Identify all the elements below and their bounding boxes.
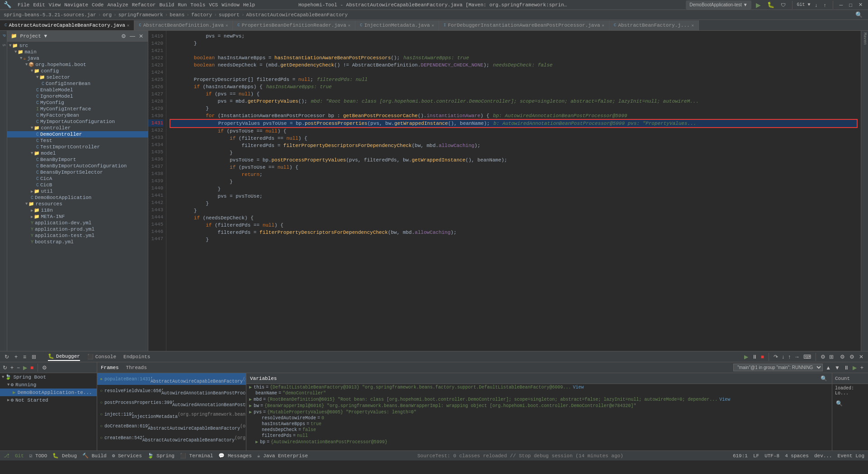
frame-4[interactable]: ○ doCreateBean:619, AbstractAutowireCapa…: [97, 420, 246, 432]
count-search[interactable]: 🔍: [835, 400, 844, 407]
var-needsdep[interactable]: needsDepCheck= false: [246, 427, 832, 433]
tab-close-4[interactable]: ✕: [602, 23, 604, 28]
tab-abstractbeandefinition[interactable]: C AbstractBeanDefinition.java ✕: [134, 20, 233, 30]
git-branch[interactable]: dev...: [814, 453, 832, 459]
debug-stop[interactable]: ■: [760, 354, 765, 360]
maven-icon[interactable]: Maven: [863, 33, 867, 45]
breadcrumb-org[interactable]: org: [103, 12, 112, 18]
tree-beanbyimportauto[interactable]: CBeanByImportAutoConfiguration: [7, 163, 148, 169]
var-bw[interactable]: ▶ bw= {BeanWrapperImpl@6016} "org.spring…: [246, 403, 832, 409]
status-messages[interactable]: 💬 Messages: [218, 453, 251, 459]
debug-button[interactable]: 🐛: [765, 0, 776, 10]
project-close[interactable]: ✕: [138, 33, 144, 39]
tree-ignoremodel[interactable]: CIgnoreModel: [7, 93, 148, 100]
close-button[interactable]: ✕: [857, 0, 864, 10]
menu-vcs[interactable]: VCS: [207, 0, 220, 10]
tree-myconfiginterface[interactable]: IMyConfigInterface: [7, 106, 148, 112]
menu-view[interactable]: View: [47, 0, 62, 10]
tree-test[interactable]: CTest: [7, 137, 148, 144]
tab-endpoints[interactable]: Endpoints: [123, 353, 150, 360]
menu-run[interactable]: Run: [176, 0, 189, 10]
thread-pause[interactable]: ⏸: [843, 365, 850, 371]
tree-controller[interactable]: ▼📁controller: [7, 125, 148, 131]
tab-abstractautowire[interactable]: C AbstractAutowireCapableBeanFactory.jav…: [0, 20, 134, 30]
bottom-gear[interactable]: ⚙: [849, 354, 855, 360]
tab-abstractbeanfactory[interactable]: C AbstractBeanFactory.j... ✕: [609, 20, 699, 30]
debug-tab-threads[interactable]: Threads: [126, 365, 147, 370]
services-expand[interactable]: ⊞: [31, 354, 37, 360]
tree-appprod[interactable]: Yapplication-prod.yml: [7, 226, 148, 232]
frame-0[interactable]: ● populateBean:1431, AbstractAutowireCap…: [97, 373, 246, 385]
breadcrumb-class[interactable]: AbstractAutowireCapableBeanFactory: [246, 12, 348, 18]
tab-close-1[interactable]: ✕: [226, 23, 228, 28]
svc-toolbar-btn3[interactable]: −: [16, 365, 21, 371]
svc-toolbar-btn2[interactable]: +: [9, 365, 14, 371]
project-collapse[interactable]: —: [129, 33, 136, 39]
bottom-close[interactable]: ✕: [858, 354, 864, 360]
tree-i18n[interactable]: ▶📁i18n: [7, 207, 148, 213]
var-pvs[interactable]: ▶ pvs= {MutablePropertyValues@6005} "Pro…: [246, 409, 832, 415]
tree-main[interactable]: ▼📁main: [7, 49, 148, 55]
thread-select[interactable]: "main"@1 in group "main": RUNNING: [733, 364, 823, 371]
status-build[interactable]: 🔨 Build: [82, 453, 107, 459]
tree-selector[interactable]: ▼📁selector: [7, 74, 148, 81]
menu-help[interactable]: Help: [241, 0, 257, 10]
tree-democontroller[interactable]: CDemoController: [7, 131, 148, 137]
run-config-select[interactable]: DemoBootApplication-test ▼: [686, 0, 751, 9]
services-filter[interactable]: ≡: [22, 354, 27, 360]
debug-evaluate[interactable]: ⌨: [802, 354, 812, 360]
search-everywhere[interactable]: 🔍: [854, 10, 864, 20]
tree-resources[interactable]: ▼📁resources: [7, 201, 148, 207]
menu-edit[interactable]: Edit: [31, 0, 47, 10]
menu-analyze[interactable]: Analyze: [105, 0, 130, 10]
status-terminal[interactable]: ⬛ Terminal: [180, 453, 213, 459]
tree-configinnerbean[interactable]: CConfigInnerBean: [7, 81, 148, 87]
debug-resume[interactable]: ▶: [743, 354, 749, 360]
debug-pause[interactable]: ⏸: [751, 354, 758, 360]
tree-package[interactable]: ▼📦org.hopehomi.boot: [7, 62, 148, 68]
svc-stop[interactable]: ■: [29, 365, 34, 371]
status-git-label[interactable]: Git: [15, 453, 24, 459]
tab-propertiesbeandefinitionreader[interactable]: C PropertiesBeanDefinitionReader.java ✕: [233, 20, 355, 30]
tree-beansbyimportselector[interactable]: CBeansByImportSelector: [7, 169, 148, 175]
services-add[interactable]: +: [14, 354, 19, 360]
var-mbd[interactable]: ▶ mbd= {RootBeanDefinition@6015} "Root b…: [246, 396, 832, 403]
tab-close-5[interactable]: ✕: [692, 23, 694, 28]
structure-icon[interactable]: S: [1, 44, 6, 46]
breadcrumb-factory[interactable]: factory: [191, 12, 212, 18]
thread-add-frame[interactable]: +: [859, 365, 864, 371]
var-filteredpds[interactable]: filteredPds= null: [246, 433, 832, 439]
var-this[interactable]: ▶ this= {DefaultListableBeanFactory@3913…: [246, 384, 832, 390]
status-java-enterprise[interactable]: ☕ Java Enterprise: [257, 453, 308, 459]
tree-enablemodel[interactable]: CEnableModel: [7, 87, 148, 93]
tree-cica[interactable]: CCicA: [7, 175, 148, 182]
services-refresh[interactable]: ↻: [4, 354, 10, 360]
breadcrumb-beans[interactable]: beans: [170, 12, 184, 18]
tree-model[interactable]: ▼📁model: [7, 150, 148, 156]
var-resolvedautowire[interactable]: resolvedAutowireMode= 0: [246, 415, 832, 421]
tab-close-2[interactable]: ✕: [348, 23, 350, 28]
git-update[interactable]: ↓: [813, 0, 820, 10]
tab-close-0[interactable]: ✕: [127, 23, 129, 28]
project-settings[interactable]: ⚙: [120, 33, 127, 39]
status-todo[interactable]: ☑ TODO: [29, 453, 47, 459]
tab-close-3[interactable]: ✕: [432, 23, 434, 28]
tree-config[interactable]: ▼📁config: [7, 68, 148, 74]
debug-run-cursor[interactable]: →: [793, 354, 801, 360]
tree-apptest[interactable]: Yapplication-test.yml: [7, 232, 148, 239]
svc-run[interactable]: ▶: [22, 365, 28, 371]
menu-code[interactable]: Code: [90, 0, 105, 10]
menu-window[interactable]: Window: [220, 0, 241, 10]
thread-up[interactable]: ▲: [825, 365, 832, 371]
tree-testimportcontroller[interactable]: CTestImportController: [7, 144, 148, 150]
menu-build[interactable]: Build: [157, 0, 176, 10]
tab-fordebugger[interactable]: I ForDebuggerInstantiationAwareBeanPostP…: [439, 20, 609, 30]
tree-metainf[interactable]: ▶📁META-INF: [7, 213, 148, 220]
project-icon[interactable]: P: [1, 34, 6, 37]
frame-1[interactable]: ○ resolveFieldValue:656, AutowiredAnnota…: [97, 385, 246, 397]
breadcrumb-support[interactable]: support: [219, 12, 240, 18]
var-beanname[interactable]: beanName= "demoController": [246, 390, 832, 396]
debug-step-over[interactable]: ↷: [773, 354, 779, 360]
svc-springboot[interactable]: ▼ 🍃 Spring Boot: [0, 373, 97, 381]
tab-injectionmetadata[interactable]: C InjectionMetadata.java ✕: [355, 20, 439, 30]
